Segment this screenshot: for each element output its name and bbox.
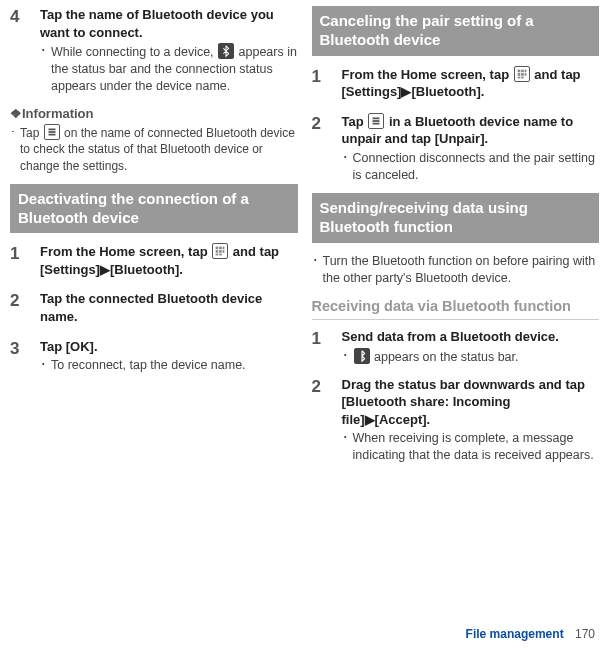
information-body: ･ Tap on the name of connected Bluetooth… xyxy=(10,124,298,174)
step-number: 1 xyxy=(312,66,330,103)
svg-rect-17 xyxy=(517,76,520,78)
bullet-text-post: appears on the status bar. xyxy=(371,350,519,364)
footer-page-number: 170 xyxy=(575,627,595,641)
svg-rect-3 xyxy=(216,247,219,250)
apps-grid-icon xyxy=(514,66,530,82)
step-bullet: ･ While connecting to a device, appears … xyxy=(40,43,298,95)
deact-step-1: 1 From the Home screen, tap and tap [Set… xyxy=(10,243,298,280)
step-number: 2 xyxy=(312,113,330,184)
deact-step-2: 2 Tap the connected Bluetooth device nam… xyxy=(10,290,298,327)
svg-rect-1 xyxy=(48,131,55,133)
step-number: 3 xyxy=(10,338,28,374)
step-title: Tap in a Bluetooth device name to unpair… xyxy=(342,113,600,148)
step-bullet: ･ To reconnect, tap the device name. xyxy=(40,357,298,374)
settings-small-icon xyxy=(368,113,384,129)
right-column: Canceling the pair setting of a Bluetoot… xyxy=(312,6,600,474)
svg-rect-14 xyxy=(517,73,520,76)
c1-pre: From the Home screen, tap xyxy=(342,67,513,82)
subheading-receiving: Receiving data via Bluetooth function xyxy=(312,297,600,321)
deact-step-3: 3 Tap [OK]. ･ To reconnect, tap the devi… xyxy=(10,338,298,374)
svg-rect-11 xyxy=(517,69,520,72)
svg-rect-18 xyxy=(521,76,524,78)
svg-rect-16 xyxy=(524,73,526,76)
step-number: 4 xyxy=(10,6,28,95)
bluetooth-transfer-icon xyxy=(354,348,370,364)
footer-section: File management xyxy=(466,627,564,641)
recv-step-1: 1 Send data from a Bluetooth device. ･ a… xyxy=(312,328,600,365)
section-canceling: Canceling the pair setting of a Bluetoot… xyxy=(312,6,600,56)
step-title: From the Home screen, tap and tap [Setti… xyxy=(342,66,600,101)
svg-rect-9 xyxy=(216,254,219,256)
page-footer: File management 170 xyxy=(466,626,595,642)
svg-rect-21 xyxy=(373,122,380,124)
cancel-step-1: 1 From the Home screen, tap and tap [Set… xyxy=(312,66,600,103)
step-title: Drag the status bar downwards and tap [B… xyxy=(342,376,600,429)
svg-rect-20 xyxy=(373,120,380,122)
step-number: 1 xyxy=(10,243,28,280)
cancel-step-2: 2 Tap in a Bluetooth device name to unpa… xyxy=(312,113,600,184)
step-bullet: ･ When receiving is complete, a message … xyxy=(342,430,600,464)
step-bullet: ･ appears on the status bar. xyxy=(342,348,600,366)
bullet-text: To reconnect, tap the device name. xyxy=(51,357,246,374)
step-title: Tap [OK]. xyxy=(40,338,298,356)
svg-rect-7 xyxy=(219,250,222,253)
step-title: Tap the name of Bluetooth device you wan… xyxy=(40,6,298,41)
step-4: 4 Tap the name of Bluetooth device you w… xyxy=(10,6,298,95)
step-title: Send data from a Bluetooth device. xyxy=(342,328,600,346)
svg-rect-15 xyxy=(521,73,524,76)
info-pre: Tap xyxy=(20,126,43,140)
svg-rect-6 xyxy=(216,250,219,253)
step-title: Tap the connected Bluetooth device name. xyxy=(40,290,298,325)
recv-step-2: 2 Drag the status bar downwards and tap … xyxy=(312,376,600,464)
bluetooth-connected-icon xyxy=(218,43,234,59)
apps-grid-icon xyxy=(212,243,228,259)
svg-rect-19 xyxy=(373,117,380,119)
svg-rect-0 xyxy=(48,129,55,131)
bullet-text: Turn the Bluetooth function on before pa… xyxy=(323,253,600,287)
step-number: 1 xyxy=(312,328,330,365)
step-number: 2 xyxy=(312,376,330,464)
step-bullet: ･ Connection disconnects and the pair se… xyxy=(342,150,600,184)
c2-pre: Tap xyxy=(342,114,368,129)
bullet-text: When receiving is complete, a message in… xyxy=(353,430,600,464)
svg-rect-2 xyxy=(48,134,55,136)
info-post: on the name of connected Bluetooth devic… xyxy=(20,126,295,172)
svg-rect-10 xyxy=(219,254,222,256)
step-title: From the Home screen, tap and tap [Setti… xyxy=(40,243,298,278)
svg-rect-4 xyxy=(219,247,222,250)
intro-bullet: ･ Turn the Bluetooth function on before … xyxy=(312,253,600,287)
svg-rect-13 xyxy=(524,69,526,72)
bullet-text: Connection disconnects and the pair sett… xyxy=(353,150,600,184)
svg-rect-12 xyxy=(521,69,524,72)
svg-rect-5 xyxy=(223,247,225,250)
section-deactivating: Deactivating the connection of a Bluetoo… xyxy=(10,184,298,234)
left-column: 4 Tap the name of Bluetooth device you w… xyxy=(10,6,298,474)
section-sending-receiving: Sending/receiving data using Bluetooth f… xyxy=(312,193,600,243)
bullet-text-pre: While connecting to a device, xyxy=(51,45,217,59)
d1-pre: From the Home screen, tap xyxy=(40,244,211,259)
step-number: 2 xyxy=(10,290,28,327)
svg-rect-8 xyxy=(223,250,225,253)
information-heading: ❖Information xyxy=(10,105,298,123)
settings-small-icon xyxy=(44,124,60,140)
